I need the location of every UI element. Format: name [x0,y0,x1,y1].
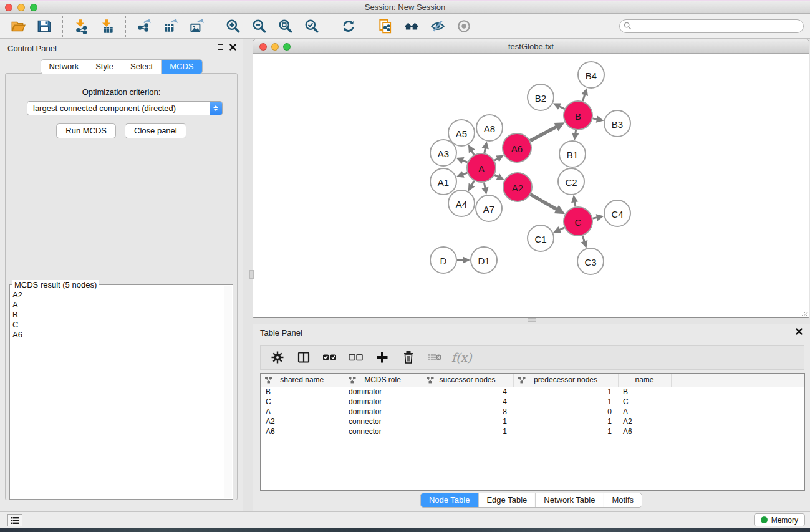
table-row[interactable]: Cdominator41C [261,397,804,407]
column-header-MCDS-role[interactable]: MCDS role [344,374,422,387]
tab-mcds[interactable]: MCDS [162,60,201,74]
show-all-button[interactable] [451,16,477,37]
tab-motifs[interactable]: Motifs [604,493,642,507]
hide-selected-button[interactable] [425,16,451,37]
close-panel-icon[interactable] [229,44,236,51]
table-cell[interactable]: A [618,407,671,417]
run-mcds-button[interactable]: Run MCDS [56,123,116,138]
import-network-button[interactable] [68,16,94,37]
table-cell[interactable]: 8 [422,407,513,417]
memory-button[interactable]: Memory [754,513,805,526]
first-neighbors-button[interactable] [398,16,425,37]
table-row[interactable]: A6connector11A6 [261,427,804,437]
edge-B-B2[interactable] [559,106,565,109]
save-session-button[interactable] [31,16,57,37]
horizontal-splitter-handle[interactable] [528,318,536,322]
edge-A-A8[interactable] [485,148,486,153]
table-cell[interactable]: dominator [344,397,422,407]
result-scrollbar[interactable] [224,286,232,498]
zoom-fit-button[interactable] [272,16,299,37]
vertical-splitter-handle[interactable] [249,270,254,279]
result-item[interactable]: A6 [10,330,223,340]
table-cell[interactable]: 1 [422,427,513,437]
zoom-in-button[interactable] [220,16,246,37]
table-cell[interactable]: A6 [261,427,344,437]
table-cell[interactable]: dominator [344,407,422,417]
edge-A-A2[interactable] [494,175,498,177]
add-column-button[interactable] [372,347,393,367]
search-input[interactable] [619,19,804,33]
float-panel-icon[interactable] [218,44,223,50]
zoom-selected-button[interactable] [299,16,325,37]
table-cell[interactable]: 1 [513,397,618,407]
tab-network-table[interactable]: Network Table [536,493,604,507]
table-cell[interactable]: A6 [618,427,671,437]
table-row[interactable]: Bdominator41B [261,387,804,397]
export-image-button[interactable] [183,16,210,37]
column-header-successor-nodes[interactable]: successor nodes [422,374,513,387]
table-cell[interactable]: 1 [513,417,618,427]
result-item[interactable]: B [10,310,223,320]
open-session-button[interactable] [5,16,31,37]
table-cell[interactable]: 4 [422,387,513,397]
close-panel-button[interactable]: Close panel [125,123,186,138]
edge-C-C2[interactable] [575,201,576,206]
criterion-dropdown[interactable]: largest connected component (directed) [27,101,223,115]
function-builder-button[interactable]: f(x) [451,351,472,364]
table-row[interactable]: A2connector11A2 [261,417,804,427]
edge-A2-C[interactable] [531,195,557,210]
column-header-predecessor-nodes[interactable]: predecessor nodes [513,374,618,387]
table-cell[interactable]: 0 [513,407,618,417]
edge-A-A5[interactable] [471,150,474,155]
tab-edge-table[interactable]: Edge Table [478,493,536,507]
column-header-shared-name[interactable]: shared name [261,374,344,387]
task-history-button[interactable] [7,514,22,526]
result-item[interactable]: A2 [10,290,223,300]
table-cell[interactable]: A2 [261,417,344,427]
tab-select[interactable]: Select [122,60,162,74]
network-window-titlebar[interactable]: testGlobe.txt [253,39,809,54]
delete-columns-button[interactable] [398,347,419,367]
close-table-panel-icon[interactable] [796,328,803,335]
edge-C-C4[interactable] [593,218,597,219]
export-network-button[interactable] [131,16,157,37]
table-cell[interactable]: B [261,387,344,397]
edge-B-B4[interactable] [582,94,585,101]
result-item[interactable]: A [10,300,223,310]
zoom-out-button[interactable] [246,16,272,37]
delete-table-button[interactable] [424,347,445,367]
edge-A6-B[interactable] [530,127,557,141]
refresh-button[interactable] [335,16,362,37]
tab-style[interactable]: Style [87,60,122,74]
table-cell[interactable]: connector [344,427,422,437]
tab-node-table[interactable]: Node Table [421,493,479,507]
table-cell[interactable]: 4 [422,397,513,407]
tab-network[interactable]: Network [41,60,87,74]
table-cell[interactable]: B [618,387,671,397]
table-cell[interactable]: connector [344,417,422,427]
table-row[interactable]: Adominator80A [261,407,804,417]
table-cell[interactable]: C [261,397,344,407]
duplicate-network-button[interactable] [372,16,398,37]
edge-A-A3[interactable] [463,160,468,162]
edge-B-B3[interactable] [593,118,597,120]
table-cell[interactable]: dominator [344,387,422,397]
table-cell[interactable]: 1 [513,387,618,397]
table-cell[interactable]: C [618,397,671,407]
show-columns-button[interactable] [293,347,314,367]
network-canvas[interactable]: B4B2BB3A8A5A6A3B1AA1C2A2A4A7C4CC1C3DD1 [253,54,809,317]
table-settings-button[interactable] [267,347,288,367]
export-table-button[interactable] [157,16,183,37]
float-table-panel-icon[interactable] [784,329,789,334]
result-item[interactable]: C [10,320,223,330]
table-cell[interactable]: 1 [422,417,513,427]
edge-A-A7[interactable] [484,183,485,188]
node-table[interactable]: shared nameMCDS rolesuccessor nodesprede… [260,373,805,491]
edge-C-C1[interactable] [559,228,564,230]
edge-A-A4[interactable] [471,181,474,185]
mcds-result-list[interactable]: A2ABCA6 [10,290,223,498]
network-graph[interactable]: B4B2BB3A8A5A6A3B1AA1C2A2A4A7C4CC1C3DD1 [253,54,808,317]
table-cell[interactable]: A2 [618,417,671,427]
table-cell[interactable]: A [261,407,344,417]
select-all-columns-button[interactable] [319,347,340,367]
